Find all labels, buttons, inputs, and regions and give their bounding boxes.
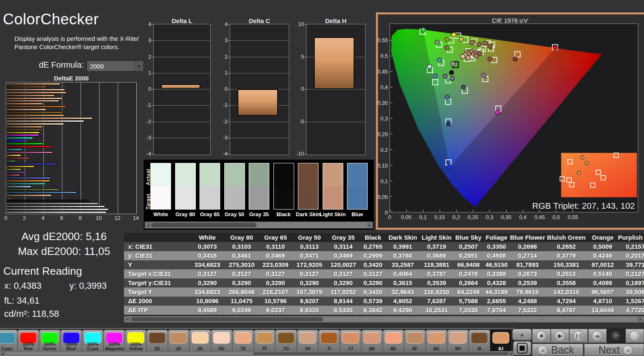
tick-label: 2 — [21, 215, 28, 221]
tick-mark — [228, 138, 230, 138]
scroll-left-icon[interactable]: ◂ — [125, 317, 130, 322]
tick-label: 10 — [95, 215, 102, 221]
patch-tab-100-blue[interactable]: 100% Blue — [61, 330, 82, 352]
scroll-left-icon[interactable]: ◂ — [145, 222, 151, 228]
table-cell: 0,3469 — [326, 251, 360, 260]
scrollbar-thumb[interactable] — [151, 223, 257, 227]
patch-tab-7e[interactable]: 7E — [233, 330, 254, 352]
refresh-button[interactable]: ⟳ — [607, 329, 625, 343]
row-label: Target Y — [124, 288, 190, 297]
reading-cdm2: cd/m²: 118,58 — [4, 309, 59, 319]
patch-tab-2f[interactable]: 2F — [168, 330, 190, 352]
patch-tab-8g[interactable]: 8G — [426, 330, 447, 352]
measured-point — [461, 85, 466, 90]
row-label: x: CIE31 — [124, 242, 190, 251]
table-cell: 7,9704 — [483, 306, 510, 315]
avg-de2000: Avg dE2000: 5,16 — [0, 230, 128, 243]
patch-tab-8f[interactable]: 8F — [404, 330, 426, 352]
patch-tab-100-yellow[interactable]: 100% Yellow — [125, 330, 147, 352]
gridline — [154, 105, 210, 106]
next-button[interactable]: Next » — [584, 344, 644, 356]
table-cell: 0,3290 — [360, 278, 386, 288]
table-scrollbar[interactable]: ◂ ▸ — [124, 316, 644, 323]
tick-label: -1 — [218, 102, 228, 108]
play-button[interactable]: ▶ — [551, 329, 569, 343]
patch-tab-5d[interactable]: 5D — [211, 330, 233, 352]
patch-tab-8d[interactable]: 8D — [361, 330, 383, 352]
step-button[interactable]: [··] — [569, 329, 588, 343]
patch-tab-7i[interactable]: 7I — [318, 330, 340, 352]
tick-label: 0,4 — [516, 214, 530, 220]
swatch-label: Gray 35 — [245, 211, 273, 217]
tick-label: 0,2 — [449, 214, 463, 220]
patch-tab-7j[interactable]: 7J — [340, 330, 361, 352]
tick-mark — [152, 40, 154, 41]
patch-color-swatch — [235, 332, 252, 344]
table-cell: 4,2488 — [510, 297, 545, 306]
swatch-patch-light-skin[interactable] — [323, 163, 343, 210]
gridline — [154, 122, 210, 122]
deltae-bar — [6, 208, 109, 210]
table-cell: 4,7294 — [545, 297, 587, 306]
measured-point — [481, 73, 486, 78]
actual-swatch — [323, 163, 343, 186]
patch-tab-cyan[interactable]: Cyan — [0, 330, 18, 352]
table-header-row: WhiteGray 80Gray 65Gray 50Gray 35BlackDa… — [124, 233, 644, 242]
tick-label: 3 — [218, 37, 228, 43]
tabs-scrollbar[interactable]: ◂ ▸ — [0, 351, 514, 356]
max-de2000: Max dE2000: 11,05 — [0, 245, 128, 258]
patch-tab-100-magenta[interactable]: 100% Magenta — [104, 330, 125, 352]
tick-mark — [152, 89, 154, 90]
loop-button[interactable]: ∞ — [588, 329, 607, 343]
patch-tab-8e[interactable]: 8E — [383, 330, 404, 352]
tick-mark — [152, 73, 154, 73]
swatch-patch-gray-80[interactable] — [175, 163, 196, 210]
swatch-scrollbar[interactable]: ◂ ▸ — [145, 222, 373, 229]
column-header: Gray 80 — [225, 233, 259, 242]
patch-tab-100-red[interactable]: 100% Red — [18, 330, 39, 352]
de-formula-dropdown[interactable]: 2000 ▼ — [87, 61, 144, 71]
swatch-patch-gray-50[interactable] — [224, 163, 245, 210]
table-cell: 116,9250 — [420, 288, 454, 297]
patch-tab-8h[interactable]: 8H — [447, 330, 469, 352]
scroll-right-icon[interactable]: ▸ — [367, 222, 372, 228]
scrollbar-thumb[interactable] — [253, 352, 509, 355]
patch-color-swatch — [449, 332, 466, 344]
measured-point — [488, 57, 492, 61]
stop-session-button[interactable] — [513, 341, 531, 355]
table-row: y: CIE310,34180,34610,34690,34710,34690,… — [124, 251, 644, 260]
swatch-patch-dark-skin[interactable] — [298, 163, 318, 210]
swatch-patch-gray-65[interactable] — [200, 163, 220, 210]
patch-tab-100-green[interactable]: 100% Green — [39, 330, 61, 352]
colorchecker-app: ColorChecker Display analysis is perform… — [0, 0, 644, 356]
patch-tab-7f[interactable]: 7F — [254, 330, 276, 352]
column-header: Gray 50 — [292, 233, 326, 242]
tick-label: 8 — [77, 215, 83, 221]
tick-label: 2 — [141, 54, 151, 60]
patch-tab-7g[interactable]: 7G — [276, 330, 297, 352]
scrollbar-thumb[interactable] — [131, 317, 323, 321]
indicator-button[interactable] — [625, 329, 644, 343]
table-cell: 0,2909 — [360, 251, 386, 260]
current-reading-label: Current Reading — [3, 265, 82, 278]
patch-tab-2e[interactable]: 2E — [147, 330, 168, 352]
patch-tab-8j[interactable]: 8J — [490, 330, 512, 352]
swatch-patch-white[interactable] — [150, 163, 171, 210]
scroll-right-icon[interactable]: ▸ — [638, 317, 643, 322]
patch-tab-8i[interactable]: 8I — [469, 330, 490, 352]
scroll-up-button[interactable]: ▲ — [512, 329, 532, 340]
patch-tab-2k[interactable]: 2K — [190, 330, 211, 352]
tick-label: -3 — [141, 134, 151, 141]
swatch-patch-gray-35[interactable] — [249, 163, 269, 210]
scroll-left-icon[interactable]: ◂ — [1, 352, 5, 355]
tick-label: -2 — [141, 118, 151, 125]
deltae-chart-title: DeltaE 2000 — [6, 75, 137, 82]
swatch-patch-blue[interactable] — [347, 163, 368, 210]
stop-button[interactable]: ■ — [532, 329, 551, 343]
table-cell: 0,3113 — [292, 242, 326, 251]
patch-tab-100-cyan[interactable]: 100% Cyan — [82, 330, 104, 352]
swatch-patch-black[interactable] — [273, 163, 294, 210]
back-button[interactable]: « Back — [532, 344, 583, 356]
deltae-bar — [6, 154, 21, 156]
patch-tab-7h[interactable]: 7H — [297, 330, 318, 352]
